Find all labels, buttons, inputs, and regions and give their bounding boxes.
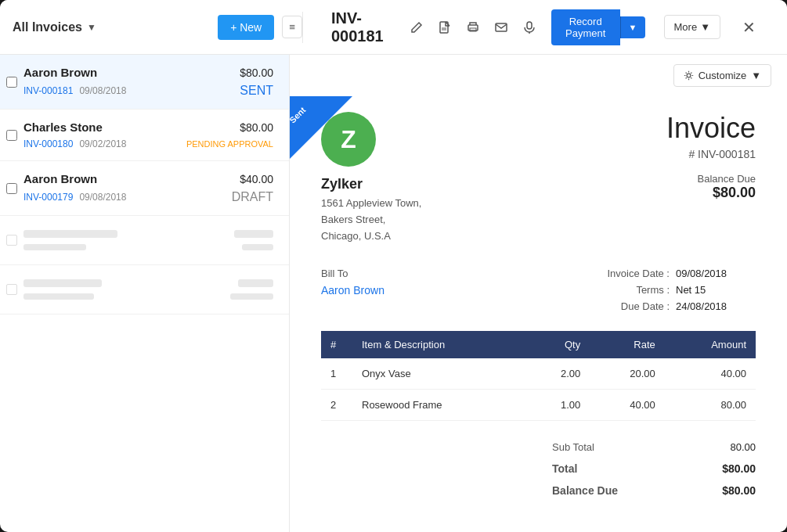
print-button[interactable]: [464, 18, 482, 37]
skeleton-row: [0, 265, 289, 315]
record-payment-dropdown-button[interactable]: ▼: [620, 16, 645, 38]
invoice-checkbox[interactable]: [6, 77, 17, 88]
list-item[interactable]: Charles Stone $80.00 INV-000180 09/02/20…: [0, 110, 289, 161]
invoice-paper: Sent Z Zylker 1561 Appleview Town, Baker…: [290, 96, 787, 532]
toolbar-center: INV-000181: [316, 9, 774, 45]
pdf-icon: [439, 21, 451, 34]
invoice-list: Aaron Brown $80.00 INV-000181 09/08/2018…: [0, 55, 290, 532]
balance-due-label: Balance Due: [666, 173, 756, 185]
item-qty: 1.00: [525, 390, 590, 421]
item-qty: 2.00: [525, 358, 590, 390]
customer-name: Aaron Brown: [23, 172, 97, 185]
total-label: Total: [552, 462, 577, 475]
invoice-detail: Customize ▼ Sent Z Zylker 1561 Appl: [290, 55, 787, 532]
skeleton-block: [238, 279, 273, 287]
skeleton-block: [230, 293, 273, 300]
skeleton-left: [23, 279, 102, 300]
print-icon: [467, 21, 479, 34]
item-amount: 80.00: [665, 390, 756, 421]
invoice-meta-section: Bill To Aaron Brown Invoice Date : 09/08…: [321, 260, 756, 312]
balance-due-row-label: Balance Due: [552, 484, 618, 497]
sub-total-row: Sub Total 80.00: [552, 437, 756, 458]
close-button[interactable]: ✕: [739, 15, 759, 40]
item-num: 2: [321, 390, 352, 421]
item-description: Rosewood Frame: [352, 390, 525, 421]
record-payment-button[interactable]: Record Payment: [551, 9, 620, 45]
main-content: Aaron Brown $80.00 INV-000181 09/08/2018…: [0, 55, 787, 532]
email-button[interactable]: [492, 18, 511, 37]
pdf-button[interactable]: [435, 18, 454, 37]
terms-label: Terms :: [583, 284, 670, 296]
invoice-amount: $80.00: [240, 66, 273, 79]
company-address-line2: Bakers Street,: [321, 212, 421, 228]
customize-dropdown-icon: ▼: [751, 70, 761, 81]
customer-name: Charles Stone: [23, 120, 103, 134]
skeleton-block: [23, 293, 94, 300]
sent-ribbon-text: Sent: [290, 105, 308, 124]
bill-to-name[interactable]: Aaron Brown: [321, 284, 583, 297]
record-dropdown-icon: ▼: [629, 23, 637, 32]
balance-due-amount: $80.00: [666, 185, 756, 201]
invoice-date: 09/08/2018: [79, 85, 126, 96]
more-label: More: [674, 21, 698, 33]
record-payment-group: Record Payment ▼: [551, 9, 645, 45]
more-dropdown-icon: ▼: [700, 21, 710, 33]
customer-name: Aaron Brown: [23, 66, 97, 79]
invoice-date: 09/08/2018: [79, 192, 126, 203]
invoice-amount: $40.00: [240, 173, 273, 185]
list-item[interactable]: Aaron Brown $80.00 INV-000181 09/08/2018…: [0, 55, 289, 110]
invoice-number: INV-000180: [23, 138, 73, 149]
email-icon: [495, 21, 507, 34]
edit-button[interactable]: [407, 18, 426, 37]
new-button[interactable]: + New: [218, 15, 274, 40]
bill-to-label: Bill To: [321, 268, 583, 279]
hamburger-icon: ≡: [289, 21, 295, 33]
detail-toolbar: Customize ▼: [290, 55, 787, 96]
close-icon: ✕: [742, 19, 756, 36]
company-address-line3: Chicago, U.S.A: [321, 228, 421, 245]
invoice-title: Invoice: [666, 112, 756, 145]
table-row: 2 Rosewood Frame 1.00 40.00 80.00: [321, 390, 756, 421]
sent-ribbon: Sent: [290, 96, 352, 159]
skeleton-block: [23, 230, 117, 238]
skeleton-block: [234, 230, 273, 238]
sub-total-label: Sub Total: [552, 441, 594, 453]
col-header-num: #: [321, 331, 352, 358]
item-amount: 40.00: [665, 358, 756, 390]
invoice-id-label: INV-000181: [331, 9, 395, 45]
col-header-desc: Item & Description: [352, 331, 525, 358]
invoice-item-row1: Aaron Brown $80.00: [23, 66, 273, 79]
sub-total-val: 80.00: [709, 441, 756, 453]
customize-button[interactable]: Customize ▼: [673, 64, 771, 87]
list-item[interactable]: Aaron Brown $40.00 INV-000179 09/08/2018…: [0, 161, 289, 216]
invoice-number: INV-000179: [23, 192, 73, 203]
detail-row-due-date: Due Date : 24/08/2018: [583, 300, 756, 312]
invoice-header: Z Zylker 1561 Appleview Town, Bakers Str…: [321, 112, 756, 244]
totals-table: Sub Total 80.00 Total $80.00 Balance Due…: [552, 437, 756, 501]
company-name: Zylker: [321, 176, 421, 192]
invoice-meta: INV-000180 09/02/2018: [23, 138, 126, 149]
mic-button[interactable]: [520, 18, 539, 37]
toolbar-icons: [407, 18, 539, 37]
all-invoices-button[interactable]: All Invoices ▼: [13, 20, 96, 34]
col-header-rate: Rate: [590, 331, 665, 358]
all-invoices-label: All Invoices: [13, 20, 82, 34]
hamburger-button[interactable]: ≡: [282, 16, 302, 38]
all-invoices-dropdown-icon: ▼: [87, 22, 96, 33]
items-table: # Item & Description Qty Rate Amount 1 O…: [321, 331, 756, 421]
total-row: Total $80.00: [552, 458, 756, 480]
invoice-item-row2: INV-000180 09/02/2018 PENDING APPROVAL: [23, 138, 273, 149]
invoice-status: PENDING APPROVAL: [186, 139, 273, 149]
invoice-meta: INV-000179 09/08/2018: [23, 192, 126, 203]
total-val: $80.00: [709, 462, 756, 475]
balance-due-row-val: $80.00: [709, 484, 756, 497]
more-button[interactable]: More ▼: [664, 15, 721, 39]
invoice-item-row1: Charles Stone $80.00: [23, 120, 273, 134]
invoice-checkbox[interactable]: [6, 130, 17, 141]
invoice-checkbox[interactable]: [6, 183, 17, 194]
svg-point-8: [687, 74, 691, 77]
invoice-date: 09/02/2018: [79, 138, 126, 149]
mic-icon: [523, 21, 536, 34]
invoice-meta: INV-000181 09/08/2018: [23, 85, 126, 96]
invoice-details-table: Invoice Date : 09/08/2018 Terms : Net 15…: [583, 268, 756, 312]
